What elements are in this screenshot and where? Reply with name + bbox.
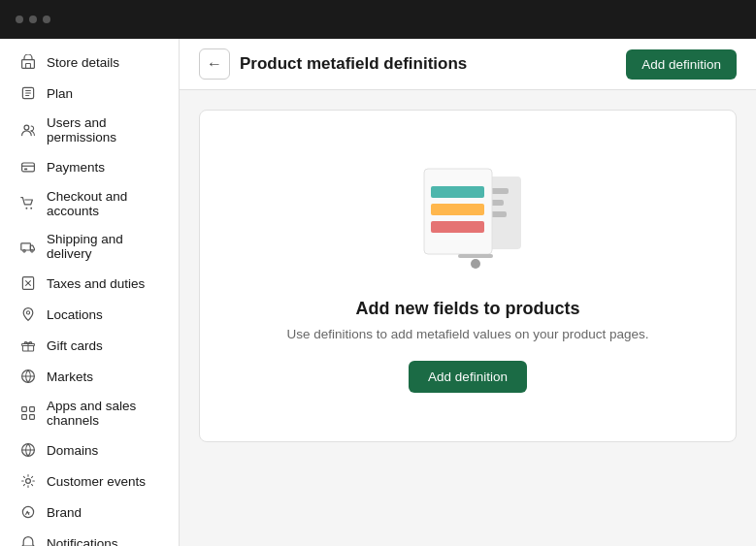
sidebar-item-label: Payments: [47, 160, 105, 175]
svg-point-36: [471, 259, 480, 269]
svg-point-6: [25, 208, 27, 209]
sidebar-item-shipping-delivery[interactable]: Shipping and delivery: [4, 225, 175, 268]
events-icon: [19, 472, 37, 490]
sidebar-item-label: Store details: [47, 55, 119, 70]
sidebar-item-label: Apps and sales channels: [47, 399, 159, 428]
empty-illustration: [400, 159, 536, 275]
plan-icon: [19, 84, 37, 102]
users-icon: [19, 121, 37, 139]
sidebar-item-label: Locations: [47, 307, 103, 322]
sidebar: Store detailsPlanUsers and permissionsPa…: [0, 39, 180, 546]
sidebar-item-label: Shipping and delivery: [47, 232, 159, 261]
brand-icon: [19, 503, 37, 521]
back-icon: ←: [207, 55, 222, 73]
svg-point-21: [26, 479, 31, 484]
layout: Store detailsPlanUsers and permissionsPa…: [0, 39, 756, 546]
top-bar: [0, 0, 756, 39]
add-definition-button-header[interactable]: Add definition: [626, 49, 737, 80]
markets-icon: [19, 368, 37, 385]
svg-rect-17: [30, 407, 35, 412]
add-definition-button-center[interactable]: Add definition: [409, 361, 527, 393]
sidebar-item-label: Brand: [47, 505, 82, 520]
svg-rect-5: [24, 169, 27, 171]
sidebar-item-domains[interactable]: Domains: [4, 434, 175, 466]
svg-point-12: [26, 311, 29, 314]
sidebar-item-label: Markets: [47, 369, 93, 384]
dot: [16, 16, 23, 23]
svg-point-10: [31, 250, 33, 252]
svg-rect-18: [22, 415, 27, 420]
content-area: Add new fields to products Use definitio…: [180, 90, 756, 546]
taxes-icon: [19, 274, 37, 292]
main-area: ← Product metafield definitions Add defi…: [180, 39, 756, 546]
apps-icon: [19, 404, 37, 422]
sidebar-item-label: Customer events: [47, 474, 146, 489]
header-left: ← Product metafield definitions: [199, 48, 467, 80]
svg-rect-16: [22, 407, 27, 412]
svg-rect-34: [431, 204, 484, 215]
svg-rect-37: [458, 254, 493, 258]
sidebar-item-label: Checkout and accounts: [47, 189, 159, 218]
sidebar-item-label: Notifications: [47, 536, 118, 547]
empty-state-subtitle: Use definitions to add metafield values …: [287, 327, 649, 341]
sidebar-item-brand[interactable]: Brand: [4, 497, 175, 528]
svg-rect-33: [431, 186, 484, 198]
svg-point-9: [23, 250, 25, 252]
sidebar-item-checkout-accounts[interactable]: Checkout and accounts: [4, 182, 175, 225]
dot: [43, 16, 50, 23]
svg-rect-35: [431, 221, 484, 233]
domains-icon: [19, 441, 37, 459]
empty-state-card: Add new fields to products Use definitio…: [199, 110, 737, 442]
sidebar-item-gift-cards[interactable]: Gift cards: [4, 330, 175, 361]
store-icon: [19, 53, 37, 71]
sidebar-item-locations[interactable]: Locations: [4, 299, 175, 330]
checkout-icon: [19, 195, 37, 212]
svg-rect-19: [30, 415, 35, 420]
notifications-icon: [19, 534, 37, 546]
sidebar-item-taxes-duties[interactable]: Taxes and duties: [4, 268, 175, 299]
empty-state-title: Add new fields to products: [355, 299, 579, 319]
svg-point-7: [30, 208, 32, 209]
sidebar-item-payments[interactable]: Payments: [4, 151, 175, 182]
sidebar-item-label: Taxes and duties: [47, 276, 145, 291]
svg-rect-1: [26, 64, 31, 69]
back-button[interactable]: ←: [199, 48, 230, 80]
svg-rect-4: [22, 163, 35, 172]
sidebar-item-markets[interactable]: Markets: [4, 361, 175, 392]
page-title: Product metafield definitions: [240, 54, 467, 74]
gift-icon: [19, 337, 37, 354]
sidebar-item-plan[interactable]: Plan: [4, 78, 175, 109]
dot: [29, 16, 37, 23]
sidebar-item-apps-sales-channels[interactable]: Apps and sales channels: [4, 392, 175, 434]
payments-icon: [19, 158, 37, 176]
sidebar-item-label: Plan: [47, 86, 73, 101]
svg-rect-8: [21, 243, 31, 250]
page-header: ← Product metafield definitions Add defi…: [180, 39, 756, 90]
shipping-icon: [19, 238, 37, 255]
svg-point-3: [24, 125, 29, 130]
sidebar-item-notifications[interactable]: Notifications: [4, 528, 175, 546]
sidebar-item-store-details[interactable]: Store details: [4, 47, 175, 78]
sidebar-item-label: Users and permissions: [47, 115, 159, 145]
sidebar-item-label: Gift cards: [47, 338, 103, 353]
sidebar-item-label: Domains: [47, 443, 98, 458]
sidebar-item-customer-events[interactable]: Customer events: [4, 466, 175, 497]
sidebar-item-users-permissions[interactable]: Users and permissions: [4, 109, 175, 151]
window-controls: [16, 16, 50, 23]
location-icon: [19, 305, 37, 323]
